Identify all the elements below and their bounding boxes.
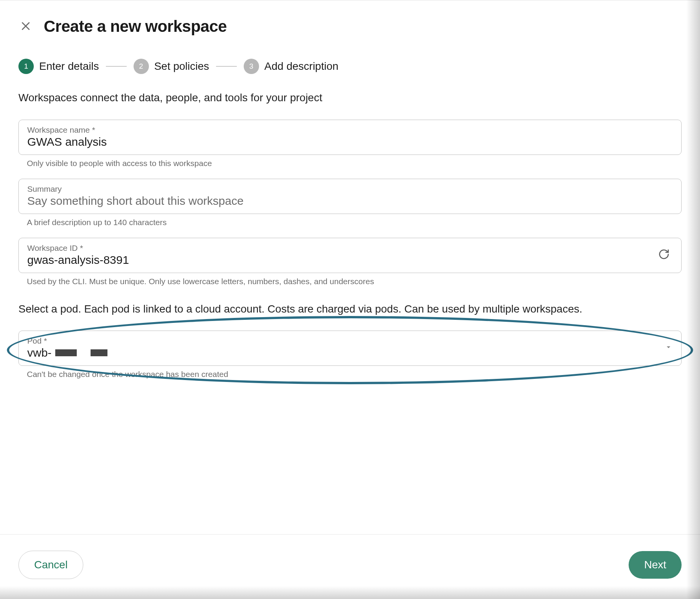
step-set-policies[interactable]: 2 Set policies: [134, 59, 209, 74]
workspace-id-field[interactable]: Workspace ID *: [18, 238, 682, 273]
step-add-description[interactable]: 3 Add description: [244, 59, 338, 74]
chevron-down-icon: [664, 343, 673, 353]
redacted-text: [91, 349, 107, 356]
workspace-name-hint: Only visible to people with access to th…: [18, 159, 682, 168]
step-enter-details[interactable]: 1 Enter details: [18, 59, 99, 74]
close-icon: [20, 20, 31, 33]
pod-label: Pod *: [27, 336, 107, 346]
step-label: Add description: [264, 60, 338, 72]
workspace-id-label: Workspace ID *: [27, 244, 649, 253]
pod-value: vwb-: [27, 346, 107, 359]
refresh-icon: [658, 248, 670, 261]
summary-group: Summary A brief description up to 140 ch…: [18, 179, 682, 227]
modal-content: Workspaces connect the data, people, and…: [0, 74, 700, 534]
step-badge: 1: [18, 59, 34, 74]
modal-header: Create a new workspace: [0, 0, 700, 43]
redacted-text: [55, 349, 77, 356]
details-intro: Workspaces connect the data, people, and…: [18, 90, 682, 106]
pod-hint: Can't be changed once the workspace has …: [18, 370, 682, 379]
stepper: 1 Enter details 2 Set policies 3 Add des…: [0, 43, 700, 74]
step-badge: 3: [244, 59, 259, 74]
summary-hint: A brief description up to 140 characters: [18, 218, 682, 227]
step-label: Enter details: [39, 60, 99, 72]
next-button[interactable]: Next: [629, 551, 682, 579]
workspace-name-label: Workspace name *: [27, 125, 673, 135]
workspace-name-field[interactable]: Workspace name *: [18, 120, 682, 155]
regenerate-id-button[interactable]: [655, 245, 673, 264]
modal-footer: Cancel Next: [0, 534, 700, 599]
step-label: Set policies: [154, 60, 209, 72]
summary-input[interactable]: [27, 194, 673, 207]
pod-section: Pod * vwb- Can't be changed once the wor…: [18, 331, 682, 379]
workspace-name-input[interactable]: [27, 135, 673, 148]
pod-intro: Select a pod. Each pod is linked to a cl…: [18, 301, 682, 317]
summary-label: Summary: [27, 184, 673, 194]
summary-field[interactable]: Summary: [18, 179, 682, 214]
workspace-id-hint: Used by the CLI. Must be unique. Only us…: [18, 277, 682, 286]
workspace-id-input[interactable]: [27, 253, 649, 267]
step-connector: [106, 66, 127, 67]
pod-dropdown[interactable]: Pod * vwb-: [18, 331, 682, 366]
step-badge: 2: [134, 59, 149, 74]
workspace-id-group: Workspace ID * Used by the CLI. Must be …: [18, 238, 682, 286]
step-connector: [216, 66, 237, 67]
close-button[interactable]: [18, 19, 33, 35]
pod-value-prefix: vwb-: [27, 346, 51, 359]
create-workspace-modal: Create a new workspace 1 Enter details 2…: [0, 0, 700, 599]
modal-title: Create a new workspace: [44, 17, 227, 36]
workspace-name-group: Workspace name * Only visible to people …: [18, 120, 682, 168]
cancel-button[interactable]: Cancel: [18, 551, 83, 579]
